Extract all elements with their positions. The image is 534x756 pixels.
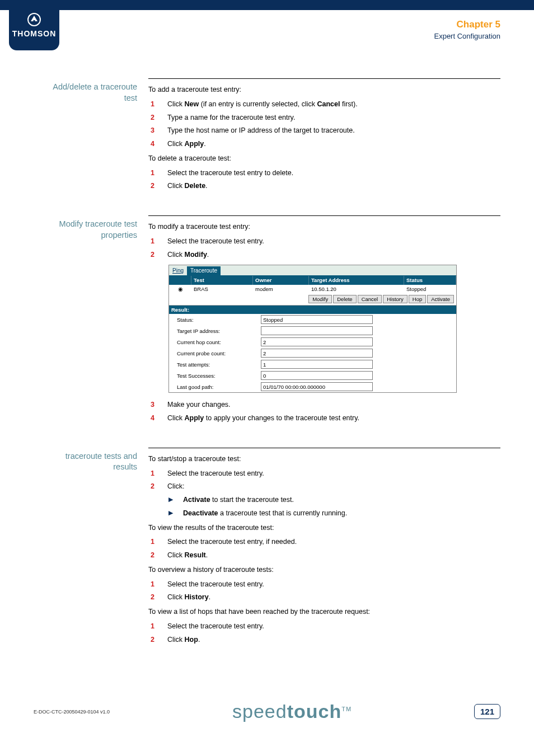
section-title-modify: Modify traceroute test properties — [45, 215, 148, 241]
field-hop-count: 2 — [261, 337, 373, 346]
intro-modify: To modify a traceroute test entry: — [148, 220, 500, 234]
list-number: 1 — [151, 167, 157, 180]
list-item: Click Hop. — [167, 633, 500, 647]
list-item: Select the traceroute test entry. — [167, 578, 500, 591]
list-item: Select the traceroute test entry to dele… — [167, 167, 500, 180]
list-number: 2 — [151, 180, 157, 193]
intro-results: To view the results of the traceroute te… — [148, 522, 500, 535]
col-target: Target Address — [309, 276, 404, 284]
result-header: Result: — [169, 306, 456, 314]
modify-button[interactable]: Modify — [308, 295, 332, 303]
field-probe-count: 2 — [261, 349, 373, 358]
list-number: 4 — [151, 412, 157, 425]
intro-history: To overview a history of traceroute test… — [148, 564, 500, 577]
history-button[interactable]: History — [383, 295, 407, 303]
sub-item: Deactivate a traceroute test that is cur… — [183, 507, 347, 520]
list-number: 3 — [151, 124, 157, 138]
activate-button[interactable]: Activate — [427, 295, 454, 303]
list-number: 1 — [151, 235, 157, 248]
arrow-icon: ▶ — [168, 507, 174, 520]
brand-name: THOMSON — [12, 29, 57, 38]
page-footer: E-DOC-CTC-20050429-0104 v1.0 speedtouchT… — [34, 701, 500, 722]
traceroute-panel: Ping Traceroute Test Owner Target Addres… — [168, 265, 457, 393]
cancel-button[interactable]: Cancel — [358, 295, 382, 303]
doc-reference: E-DOC-CTC-20050429-0104 v1.0 — [34, 709, 110, 715]
intro-delete: To delete a traceroute test: — [148, 152, 500, 166]
section-body-modify: To modify a traceroute test entry: 1 Sel… — [148, 215, 500, 425]
col-owner: Owner — [253, 276, 309, 284]
label-hop-count: Current hop count: — [177, 339, 261, 345]
col-test: Test — [191, 276, 253, 284]
hop-button[interactable]: Hop — [409, 295, 426, 303]
list-item: Click New (if an entry is currently sele… — [167, 98, 500, 111]
list-item: Click: — [167, 480, 500, 494]
label-successes: Test Successes: — [177, 373, 261, 379]
field-status: Stopped — [261, 315, 373, 324]
list-number: 2 — [151, 591, 157, 604]
table-row[interactable]: ◉ BRAS modem 10.50.1.20 Stopped — [169, 285, 456, 293]
svg-rect-1 — [34, 20, 35, 24]
top-band — [0, 0, 534, 10]
cell-status: Stopped — [404, 285, 456, 293]
field-last-path: 01/01/70 00:00:00.000000 — [261, 382, 373, 391]
tab-row: Ping Traceroute — [169, 265, 456, 276]
list-item: Click Delete. — [167, 180, 500, 193]
list-item: Type a name for the traceroute test entr… — [167, 111, 500, 125]
delete-button[interactable]: Delete — [333, 295, 356, 303]
speedtouch-logo: speedtouchTM — [232, 701, 352, 722]
label-last-path: Last good path: — [177, 384, 261, 390]
section-title-tests-results: traceroute tests and results — [45, 448, 148, 473]
list-item: Click Modify. — [167, 248, 500, 262]
section-body-tests-results: To start/stop a traceroute test: 1 Selec… — [148, 448, 500, 647]
cell-test: BRAS — [191, 285, 253, 293]
list-number: 2 — [151, 480, 157, 494]
tab-traceroute[interactable]: Traceroute — [187, 266, 221, 275]
tab-ping[interactable]: Ping — [169, 266, 187, 275]
list-item: Select the traceroute test entry. — [167, 235, 500, 248]
page-header-right: Chapter 5 Expert Configuration — [434, 18, 500, 41]
list-item: Click Result. — [167, 549, 500, 562]
label-attempts: Test attempts: — [177, 361, 261, 368]
list-item: Select the traceroute test entry, if nee… — [167, 536, 500, 549]
button-row: Modify Delete Cancel History Hop Activat… — [169, 293, 456, 306]
list-item: Click History. — [167, 591, 500, 604]
chapter-label: Chapter 5 — [434, 18, 500, 31]
radio-selected-icon[interactable]: ◉ — [178, 286, 183, 292]
list-number: 2 — [151, 111, 157, 125]
table-header: Test Owner Target Address Status — [169, 276, 456, 284]
cell-target: 10.50.1.20 — [309, 285, 404, 293]
list-item: Click Apply. — [167, 138, 500, 151]
brand-glyph-icon — [27, 12, 41, 27]
list-number: 2 — [151, 248, 157, 262]
list-item: Click Apply to apply your changes to the… — [167, 412, 500, 425]
label-probe-count: Current probe count: — [177, 350, 261, 356]
list-item: Type the host name or IP address of the … — [167, 124, 500, 138]
brand-logo: THOMSON — [9, 0, 59, 50]
col-status: Status — [404, 276, 456, 284]
intro-hops: To view a list of hops that have been re… — [148, 605, 500, 619]
list-number: 1 — [151, 620, 157, 633]
sub-item: Activate to start the traceroute test. — [183, 494, 294, 507]
list-number: 3 — [151, 398, 157, 412]
list-item: Select the traceroute test entry. — [167, 620, 500, 633]
field-successes: 0 — [261, 371, 373, 380]
list-number: 2 — [151, 549, 157, 562]
arrow-icon: ▶ — [168, 494, 174, 507]
label-status: Status: — [177, 317, 261, 323]
page-number: 121 — [474, 704, 500, 719]
field-attempts: 1 — [261, 360, 373, 369]
list-number: 4 — [151, 138, 157, 151]
intro-add: To add a traceroute test entry: — [148, 83, 500, 97]
section-name: Expert Configuration — [434, 31, 500, 41]
list-number: 1 — [151, 467, 157, 481]
intro-start-stop: To start/stop a traceroute test: — [148, 453, 500, 466]
cell-owner: modem — [253, 285, 309, 293]
list-number: 1 — [151, 578, 157, 591]
field-target-ip — [261, 326, 373, 335]
list-number: 2 — [151, 633, 157, 647]
list-item: Make your changes. — [167, 398, 500, 412]
section-title-add-delete: Add/delete a traceroute test — [45, 78, 148, 104]
list-number: 1 — [151, 98, 157, 111]
list-number: 1 — [151, 536, 157, 549]
label-target-ip: Target IP address: — [177, 328, 261, 334]
